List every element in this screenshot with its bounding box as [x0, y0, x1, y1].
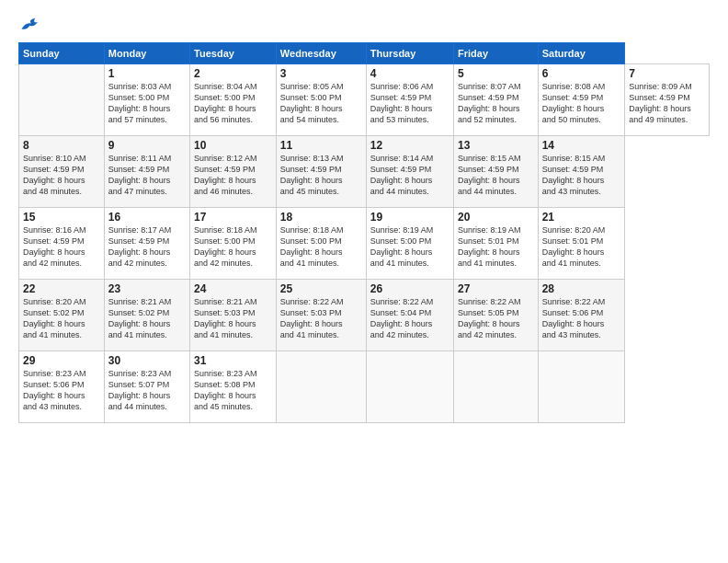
calendar-dow-wednesday: Wednesday: [276, 43, 366, 64]
day-cell-7: 7Sunrise: 8:09 AM Sunset: 4:59 PM Daylig…: [625, 64, 710, 136]
day-cell-14: 14Sunrise: 8:15 AM Sunset: 4:59 PM Dayli…: [538, 136, 625, 208]
day-cell-25: 25Sunrise: 8:22 AM Sunset: 5:03 PM Dayli…: [276, 280, 366, 351]
day-info: Sunrise: 8:09 AM Sunset: 4:59 PM Dayligh…: [629, 81, 705, 126]
day-cell-24: 24Sunrise: 8:21 AM Sunset: 5:03 PM Dayli…: [190, 280, 277, 351]
day-cell-26: 26Sunrise: 8:22 AM Sunset: 5:04 PM Dayli…: [366, 280, 453, 351]
calendar-dow-tuesday: Tuesday: [190, 43, 277, 64]
day-info: Sunrise: 8:21 AM Sunset: 5:02 PM Dayligh…: [108, 296, 186, 341]
day-number: 30: [108, 354, 186, 367]
day-info: Sunrise: 8:13 AM Sunset: 4:59 PM Dayligh…: [280, 153, 362, 198]
day-number: 18: [280, 211, 362, 224]
calendar-dow-thursday: Thursday: [366, 43, 453, 64]
day-info: Sunrise: 8:23 AM Sunset: 5:08 PM Dayligh…: [194, 368, 272, 413]
day-info: Sunrise: 8:15 AM Sunset: 4:59 PM Dayligh…: [458, 153, 534, 198]
day-info: Sunrise: 8:05 AM Sunset: 5:00 PM Dayligh…: [280, 81, 362, 126]
day-number: 21: [542, 211, 621, 224]
day-cell-15: 15Sunrise: 8:16 AM Sunset: 4:59 PM Dayli…: [19, 208, 105, 280]
day-number: 8: [23, 139, 100, 152]
day-cell-19: 19Sunrise: 8:19 AM Sunset: 5:00 PM Dayli…: [366, 208, 453, 280]
day-cell-20: 20Sunrise: 8:19 AM Sunset: 5:01 PM Dayli…: [454, 208, 539, 280]
day-info: Sunrise: 8:22 AM Sunset: 5:05 PM Dayligh…: [458, 296, 534, 341]
day-number: 2: [194, 67, 272, 80]
empty-day-cell: [454, 351, 539, 423]
day-info: Sunrise: 8:20 AM Sunset: 5:01 PM Dayligh…: [542, 224, 621, 270]
day-info: Sunrise: 8:06 AM Sunset: 4:59 PM Dayligh…: [370, 81, 449, 126]
calendar-dow-saturday: Saturday: [538, 43, 625, 64]
day-info: Sunrise: 8:08 AM Sunset: 4:59 PM Dayligh…: [542, 81, 621, 126]
empty-day-cell: [366, 351, 453, 423]
day-cell-9: 9Sunrise: 8:11 AM Sunset: 4:59 PM Daylig…: [104, 136, 189, 208]
header: [18, 17, 710, 33]
day-number: 25: [280, 282, 362, 295]
calendar-dow-sunday: Sunday: [19, 43, 105, 64]
day-cell-12: 12Sunrise: 8:14 AM Sunset: 4:59 PM Dayli…: [366, 136, 453, 208]
day-info: Sunrise: 8:18 AM Sunset: 5:00 PM Dayligh…: [280, 224, 362, 270]
day-number: 10: [194, 139, 272, 152]
day-cell-4: 4Sunrise: 8:06 AM Sunset: 4:59 PM Daylig…: [366, 64, 453, 136]
day-info: Sunrise: 8:03 AM Sunset: 5:00 PM Dayligh…: [108, 81, 186, 126]
day-info: Sunrise: 8:22 AM Sunset: 5:06 PM Dayligh…: [542, 296, 621, 341]
logo-bird-icon: [20, 17, 40, 33]
day-number: 7: [629, 67, 705, 80]
day-info: Sunrise: 8:19 AM Sunset: 5:01 PM Dayligh…: [458, 224, 534, 270]
day-number: 9: [108, 139, 186, 152]
day-cell-22: 22Sunrise: 8:20 AM Sunset: 5:02 PM Dayli…: [19, 280, 105, 351]
day-number: 27: [458, 282, 534, 295]
day-cell-18: 18Sunrise: 8:18 AM Sunset: 5:00 PM Dayli…: [276, 208, 366, 280]
day-cell-5: 5Sunrise: 8:07 AM Sunset: 4:59 PM Daylig…: [454, 64, 539, 136]
day-number: 26: [370, 282, 449, 295]
day-info: Sunrise: 8:16 AM Sunset: 4:59 PM Dayligh…: [23, 224, 100, 270]
page: SundayMondayTuesdayWednesdayThursdayFrid…: [0, 0, 728, 563]
day-info: Sunrise: 8:04 AM Sunset: 5:00 PM Dayligh…: [194, 81, 272, 126]
day-cell-30: 30Sunrise: 8:23 AM Sunset: 5:07 PM Dayli…: [104, 351, 189, 423]
day-cell-10: 10Sunrise: 8:12 AM Sunset: 4:59 PM Dayli…: [190, 136, 277, 208]
day-info: Sunrise: 8:10 AM Sunset: 4:59 PM Dayligh…: [23, 153, 100, 198]
day-number: 31: [194, 354, 272, 367]
day-number: 12: [370, 139, 449, 152]
calendar-week-2: 8Sunrise: 8:10 AM Sunset: 4:59 PM Daylig…: [19, 136, 710, 208]
day-cell-31: 31Sunrise: 8:23 AM Sunset: 5:08 PM Dayli…: [190, 351, 277, 423]
empty-day-cell: [538, 351, 625, 423]
day-number: 24: [194, 282, 272, 295]
day-number: 22: [23, 282, 100, 295]
day-cell-28: 28Sunrise: 8:22 AM Sunset: 5:06 PM Dayli…: [538, 280, 625, 351]
day-info: Sunrise: 8:15 AM Sunset: 4:59 PM Dayligh…: [542, 153, 621, 198]
empty-cell: [19, 64, 105, 136]
day-cell-6: 6Sunrise: 8:08 AM Sunset: 4:59 PM Daylig…: [538, 64, 625, 136]
day-number: 17: [194, 211, 272, 224]
day-cell-1: 1Sunrise: 8:03 AM Sunset: 5:00 PM Daylig…: [104, 64, 189, 136]
day-number: 20: [458, 211, 534, 224]
day-cell-3: 3Sunrise: 8:05 AM Sunset: 5:00 PM Daylig…: [276, 64, 366, 136]
day-info: Sunrise: 8:17 AM Sunset: 4:59 PM Dayligh…: [108, 224, 186, 270]
calendar-dow-monday: Monday: [104, 43, 189, 64]
day-number: 28: [542, 282, 621, 295]
day-number: 13: [458, 139, 534, 152]
day-cell-11: 11Sunrise: 8:13 AM Sunset: 4:59 PM Dayli…: [276, 136, 366, 208]
day-cell-21: 21Sunrise: 8:20 AM Sunset: 5:01 PM Dayli…: [538, 208, 625, 280]
calendar-week-5: 29Sunrise: 8:23 AM Sunset: 5:06 PM Dayli…: [19, 351, 710, 423]
day-cell-2: 2Sunrise: 8:04 AM Sunset: 5:00 PM Daylig…: [190, 64, 277, 136]
day-number: 23: [108, 282, 186, 295]
day-number: 29: [23, 354, 100, 367]
day-number: 14: [542, 139, 621, 152]
day-number: 19: [370, 211, 449, 224]
calendar-week-1: 1Sunrise: 8:03 AM Sunset: 5:00 PM Daylig…: [19, 64, 710, 136]
day-info: Sunrise: 8:19 AM Sunset: 5:00 PM Dayligh…: [370, 224, 449, 270]
day-number: 11: [280, 139, 362, 152]
calendar-week-3: 15Sunrise: 8:16 AM Sunset: 4:59 PM Dayli…: [19, 208, 710, 280]
day-info: Sunrise: 8:23 AM Sunset: 5:06 PM Dayligh…: [23, 368, 100, 413]
day-number: 4: [370, 67, 449, 80]
calendar-dow-friday: Friday: [454, 43, 539, 64]
day-number: 6: [542, 67, 621, 80]
empty-day-cell: [276, 351, 366, 423]
day-info: Sunrise: 8:22 AM Sunset: 5:03 PM Dayligh…: [280, 296, 362, 341]
calendar-week-4: 22Sunrise: 8:20 AM Sunset: 5:02 PM Dayli…: [19, 280, 710, 351]
calendar-table: SundayMondayTuesdayWednesdayThursdayFrid…: [18, 42, 710, 423]
day-info: Sunrise: 8:22 AM Sunset: 5:04 PM Dayligh…: [370, 296, 449, 341]
day-number: 15: [23, 211, 100, 224]
day-info: Sunrise: 8:20 AM Sunset: 5:02 PM Dayligh…: [23, 296, 100, 341]
day-number: 1: [108, 67, 186, 80]
day-info: Sunrise: 8:12 AM Sunset: 4:59 PM Dayligh…: [194, 153, 272, 198]
day-number: 16: [108, 211, 186, 224]
day-info: Sunrise: 8:07 AM Sunset: 4:59 PM Dayligh…: [458, 81, 534, 126]
